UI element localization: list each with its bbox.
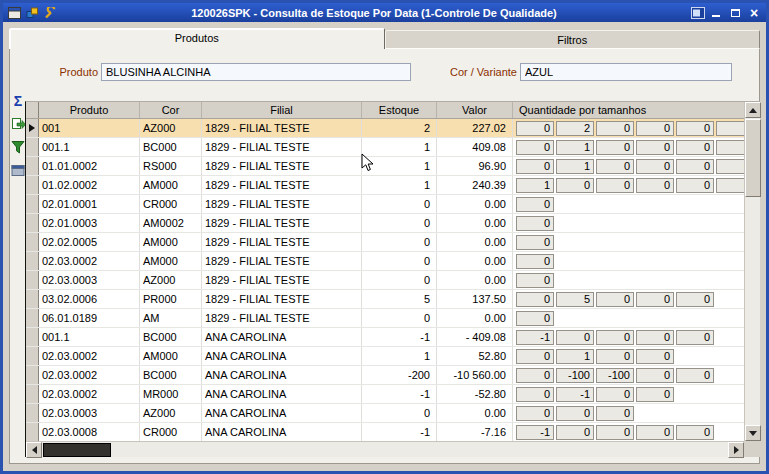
cell-produto[interactable]: 02.01.0001 (39, 195, 140, 213)
save-window-icon[interactable] (10, 162, 26, 178)
tamanho-cell[interactable]: 0 (516, 121, 554, 136)
tamanho-cell[interactable]: 1 (556, 159, 594, 174)
tamanho-cell[interactable]: 0 (716, 140, 744, 155)
cell-valor[interactable]: 0.00 (437, 271, 513, 289)
tamanho-cell[interactable]: 0 (636, 178, 674, 193)
cell-estoque[interactable]: 5 (362, 290, 437, 308)
close-button[interactable]: × (746, 5, 762, 20)
tamanho-cell[interactable]: 0 (636, 140, 674, 155)
vertical-scroll-thumb[interactable] (745, 119, 761, 197)
tamanho-cell[interactable]: 0 (636, 330, 674, 345)
table-row[interactable]: 02.03.0002BC000ANA CAROLINA-200-10 560.0… (26, 366, 744, 385)
cell-valor[interactable]: 0.00 (437, 233, 513, 251)
cell-cor[interactable]: AZ000 (140, 119, 202, 137)
cell-filial[interactable]: 1829 - FILIAL TESTE (202, 157, 362, 175)
sum-icon[interactable]: Σ (10, 93, 26, 109)
tamanho-cell[interactable]: 0 (516, 349, 554, 364)
tamanho-cell[interactable]: 0 (676, 425, 714, 440)
cell-produto[interactable]: 06.01.0189 (39, 309, 140, 327)
table-row[interactable]: 02.01.0001CR0001829 - FILIAL TESTE00.000 (26, 195, 744, 214)
col-header-produto[interactable]: Produto (39, 102, 140, 118)
table-row[interactable]: 02.03.0003AZ000ANA CAROLINA00.00000 (26, 404, 744, 423)
tamanho-cell[interactable]: 0 (676, 159, 714, 174)
tamanho-cell[interactable]: 0 (596, 425, 634, 440)
cell-produto[interactable]: 001.1 (39, 138, 140, 156)
cell-valor[interactable]: - 409.08 (437, 328, 513, 346)
cell-estoque[interactable]: 1 (362, 176, 437, 194)
tamanho-cell[interactable]: 0 (516, 368, 554, 383)
cell-cor[interactable]: AM000 (140, 233, 202, 251)
cell-cor[interactable]: RS000 (140, 157, 202, 175)
tamanho-cell[interactable]: 0 (596, 178, 634, 193)
cell-valor[interactable]: 0.00 (437, 252, 513, 270)
cell-cor[interactable]: AZ000 (140, 404, 202, 422)
tamanho-cell[interactable]: 0 (516, 292, 554, 307)
tamanho-cell[interactable]: 0 (556, 425, 594, 440)
tamanho-cell[interactable]: 0 (676, 121, 714, 136)
cell-produto[interactable]: 01.01.0002 (39, 157, 140, 175)
cell-valor[interactable]: 227.02 (437, 119, 513, 137)
table-row[interactable]: 02.03.0002AM0001829 - FILIAL TESTE00.000 (26, 252, 744, 271)
tamanho-cell[interactable]: 0 (636, 387, 674, 402)
cell-filial[interactable]: 1829 - FILIAL TESTE (202, 233, 362, 251)
cell-valor[interactable]: 409.08 (437, 138, 513, 156)
cell-cor[interactable]: CR000 (140, 195, 202, 213)
cell-filial[interactable]: ANA CAROLINA (202, 347, 362, 365)
tamanho-cell[interactable]: 0 (516, 159, 554, 174)
tamanho-cell[interactable]: 0 (596, 349, 634, 364)
tamanho-cell[interactable]: -1 (516, 425, 554, 440)
horizontal-scroll-thumb[interactable] (43, 443, 111, 457)
tamanho-cell[interactable]: -1 (516, 330, 554, 345)
tamanho-cell[interactable]: 0 (516, 216, 554, 231)
cell-produto[interactable]: 02.03.0002 (39, 252, 140, 270)
col-header-cor[interactable]: Cor (140, 102, 202, 118)
cell-estoque[interactable]: 0 (362, 404, 437, 422)
table-row[interactable]: 001.1BC0001829 - FILIAL TESTE1409.080100… (26, 138, 744, 157)
cell-estoque[interactable]: 0 (362, 214, 437, 232)
cell-filial[interactable]: 1829 - FILIAL TESTE (202, 290, 362, 308)
tamanho-cell[interactable]: 0 (676, 178, 714, 193)
col-header-valor[interactable]: Valor (437, 102, 513, 118)
cell-valor[interactable]: -10 560.00 (437, 366, 513, 384)
cell-estoque[interactable]: -1 (362, 328, 437, 346)
tamanho-cell[interactable]: 0 (676, 330, 714, 345)
tamanho-cell[interactable]: 2 (556, 121, 594, 136)
cell-valor[interactable]: 52.80 (437, 347, 513, 365)
horizontal-scrollbar[interactable] (26, 441, 744, 457)
tamanho-cell[interactable]: 0 (636, 292, 674, 307)
panel-icon[interactable] (690, 6, 705, 20)
tamanho-cell[interactable]: 1 (556, 349, 594, 364)
table-row[interactable]: 001.1BC000ANA CAROLINA-1- 409.08-10000 (26, 328, 744, 347)
filter-funnel-icon[interactable] (10, 139, 26, 155)
maximize-button[interactable] (727, 5, 743, 20)
table-row[interactable]: 02.03.0002MR000ANA CAROLINA-1-52.800-100 (26, 385, 744, 404)
tamanho-cell[interactable]: 0 (716, 159, 744, 174)
table-row[interactable]: 01.01.0002RS0001829 - FILIAL TESTE196.90… (26, 157, 744, 176)
tamanho-cell[interactable]: 0 (676, 140, 714, 155)
cell-cor[interactable]: AM000 (140, 176, 202, 194)
tamanho-cell[interactable]: -1 (556, 387, 594, 402)
tamanho-cell[interactable]: 0 (596, 292, 634, 307)
tab-produtos[interactable]: Produtos (9, 28, 385, 49)
tamanho-cell[interactable]: 1 (556, 140, 594, 155)
cell-filial[interactable]: 1829 - FILIAL TESTE (202, 271, 362, 289)
cell-filial[interactable]: 1829 - FILIAL TESTE (202, 252, 362, 270)
scroll-right-button[interactable] (728, 442, 744, 458)
cell-estoque[interactable]: -200 (362, 366, 437, 384)
tamanho-cell[interactable]: 0 (516, 197, 554, 212)
cell-estoque[interactable]: 0 (362, 309, 437, 327)
cell-cor[interactable]: BC000 (140, 328, 202, 346)
tamanho-cell[interactable]: 0 (516, 140, 554, 155)
col-header-estoque[interactable]: Estoque (362, 102, 437, 118)
cell-estoque[interactable]: 0 (362, 233, 437, 251)
cell-produto[interactable]: 02.03.0002 (39, 366, 140, 384)
tamanho-cell[interactable]: 0 (556, 406, 594, 421)
tamanho-cell[interactable]: 0 (596, 140, 634, 155)
cell-valor[interactable]: 0.00 (437, 195, 513, 213)
tamanho-cell[interactable]: 0 (636, 368, 674, 383)
cell-filial[interactable]: 1829 - FILIAL TESTE (202, 309, 362, 327)
tamanho-cell[interactable]: 0 (676, 368, 714, 383)
tamanho-cell[interactable]: 5 (556, 292, 594, 307)
tamanho-cell[interactable]: 0 (716, 121, 744, 136)
cell-valor[interactable]: -7.16 (437, 423, 513, 441)
